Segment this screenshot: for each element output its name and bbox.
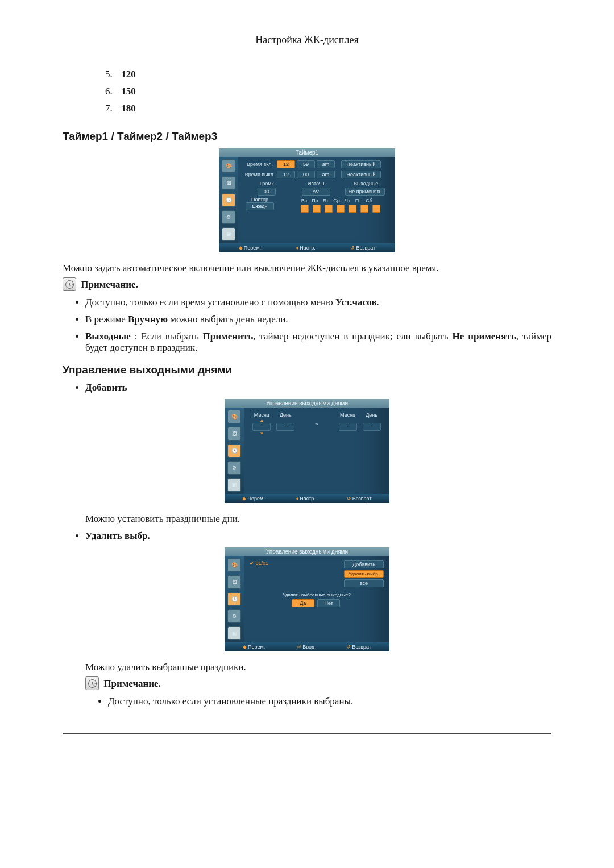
foot-return: Возврат [352,644,371,650]
day-check [337,205,345,213]
list-item: 5. 120 [105,69,551,80]
range-separator: ~ [315,421,318,427]
osd-title: Управление выходными днями [225,399,389,408]
foot-return: Возврат [352,496,372,501]
palette-icon: 🎨 [227,558,241,572]
day-field: -- [276,423,294,431]
holiday-add-list: Добавить [75,382,551,393]
text: В режиме [85,314,128,325]
osd-sidebar: 🎨 🖼 🕒 ⚙ ▣ [225,556,244,642]
list-item: Доступно, только если установленные праз… [108,696,551,707]
day-mon: Пн [312,198,318,203]
osd-title: Таймер1 [219,148,395,157]
foot-enter: Ввод [302,644,314,650]
day-fri: Пт [355,198,362,203]
off-state: Неактивный [341,171,381,178]
osd-repeat-row: Повтор Ежедн Вс Пн Вт Ср Чт Пт Сб [243,197,391,213]
list-item: В режиме Вручную можно выбрать день неде… [85,314,551,325]
clock-icon: 🕒 [227,592,241,606]
bold: Вручную [128,314,168,325]
month-head: Месяц [252,412,271,418]
btn-add: Добавить [344,560,384,568]
on-minute: 59 [297,160,315,168]
clock-icon: 🕒 [222,193,235,207]
item-add-label: Добавить [85,382,127,393]
volume-head: Громк. [243,181,292,186]
text: : Если выбрать [131,331,203,342]
foot-adjust: Настр. [300,496,316,501]
list-item: 6. 150 [105,86,551,97]
multi-icon: ▣ [222,227,235,241]
on-time-label: Время вкл. [243,161,277,167]
multi-icon: ▣ [227,626,241,640]
osd-on-time-row: Время вкл. 12 59 am Неактивный [243,160,391,168]
btn-all: все [344,579,384,587]
list-value: 150 [121,86,136,97]
confirm-text: Удалить выбранные выходные? [250,592,384,597]
source-value: AV [302,188,330,196]
gear-icon: ⚙ [227,461,241,475]
clock-icon: 🕒 [227,444,241,458]
footer-rule [63,733,551,734]
day-check [301,205,309,213]
holiday-del-list: Удалить выбр. [75,530,551,542]
on-state: Неактивный [341,160,381,168]
day-sun: Вс [301,198,308,203]
down-arrow-icon: ▼ [252,431,271,436]
osd-sidebar: 🎨 🖼 🕒 ⚙ ▣ [225,408,244,494]
note-icon [85,676,99,690]
repeat-value: Ежедн [246,202,274,210]
day-field: -- [363,423,381,431]
bold: Уст.часов [335,297,376,308]
off-time-label: Время выкл. [243,172,277,177]
text: Доступно, только если установленные праз… [108,696,353,707]
day-check [372,205,380,213]
palette-icon: 🎨 [227,410,241,423]
btn-delete-selected: Удалить выбр. [344,570,384,578]
list-item: Добавить [85,382,551,393]
month-field: -- [339,423,357,431]
bold: Выходные [85,331,131,342]
holiday-add-paragraph: Можно установить праздничные дни. [85,513,551,525]
osd-footer: ◆Перем. ⏎Ввод ↺Возврат [225,642,389,651]
bold: Не применять [452,331,516,342]
bold: Применить [203,331,254,342]
page-header: Настройка ЖК-дисплея [63,34,551,46]
palette-icon: 🎨 [222,159,235,173]
multi-icon: ▣ [227,478,241,492]
month-head: Месяц [339,412,357,418]
timer-notes-list: Доступно, только если время установлено … [75,297,551,354]
day-thu: Чт [344,198,351,203]
note-label: Примечание. [103,678,161,689]
text: . [376,297,379,308]
text: можно выбрать день недели. [168,314,288,325]
osd-title: Управление выходными днями [225,547,389,556]
holiday-value: Не применять [345,188,385,196]
numbered-list: 5. 120 6. 150 7. 180 [105,69,551,114]
list-item: Доступно, только если время установлено … [85,297,551,308]
on-ampm: am [317,160,335,168]
picture-icon: 🖼 [222,176,235,190]
list-item: 7. 180 [105,103,551,114]
foot-move: Перем. [248,644,265,650]
gear-icon: ⚙ [227,609,241,623]
list-item: Выходные : Если выбрать Применить, тайме… [85,331,551,354]
note-block: Примечание. [63,277,551,291]
source-head: Источн. [292,181,342,186]
note-icon [63,277,76,291]
day-wed: Ср [333,198,340,203]
figure-holiday-add-osd: Управление выходными днями 🎨 🖼 🕒 ⚙ ▣ Мес… [63,399,551,503]
off-hour: 12 [277,171,295,178]
text: , таймер недоступен в праздник; ели выбр… [253,331,452,342]
section-heading-holiday: Управление выходными днями [63,364,551,376]
day-head: День [276,412,294,418]
holiday-del-paragraph: Можно удалить выбранные праздники. [85,662,551,673]
note-block: Примечание. [85,676,551,690]
confirm-yes: Да [292,599,314,607]
repeat-head: Повтор [243,197,277,202]
list-value: 120 [121,69,136,80]
osd-sidebar: 🎨 🖼 🕒 ⚙ ▣ [219,157,238,243]
foot-move: Перем. [244,245,261,251]
month-field: -- [252,423,271,431]
holiday-entry: ✔ 01/01 [250,560,268,589]
